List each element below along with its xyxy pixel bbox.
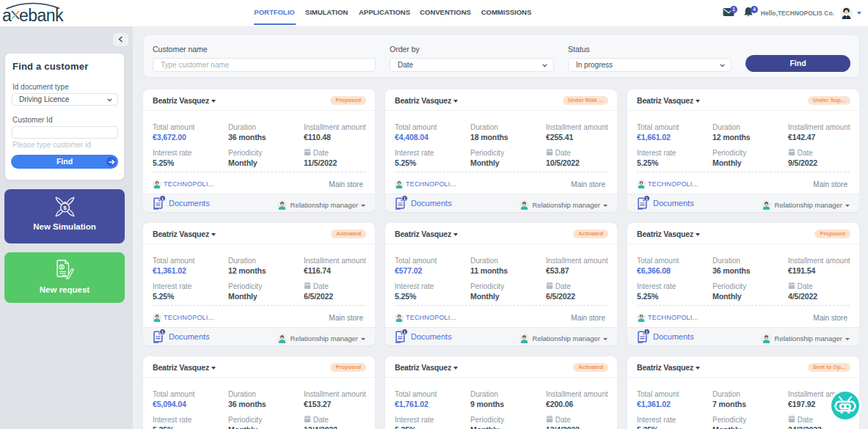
svg-text:$: $ <box>63 205 67 211</box>
